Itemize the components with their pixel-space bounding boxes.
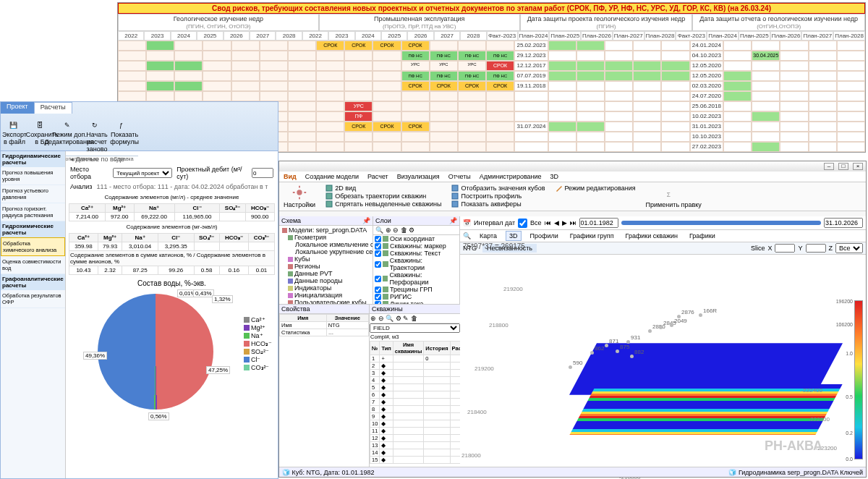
layer-row[interactable]: РИГИС: [373, 293, 459, 300]
field-select[interactable]: FIELD: [370, 323, 460, 333]
close-button[interactable]: ×: [853, 163, 863, 170]
layer-row[interactable]: Трещины ГРП: [373, 286, 459, 293]
status-bar: 🧊 Куб: NTG, Дата: 01.01.1982 🧊 Гидродина…: [279, 467, 866, 477]
col-group: Дата защиты проекта геологического изуче…: [520, 14, 693, 31]
tool-button[interactable]: 2D вид: [326, 185, 441, 192]
tree-node[interactable]: Локальное измельчение сетки: [281, 241, 371, 248]
svg-rect-6: [326, 185, 332, 191]
view-tab[interactable]: Графики групп: [567, 232, 617, 240]
layer-row[interactable]: Оси координат: [373, 235, 459, 242]
menu-item[interactable]: 3D: [550, 173, 559, 180]
col-group: Промышленная эксплуатация(ПрОПЭ, ПрР, ПТ…: [319, 14, 520, 31]
svg-point-5: [297, 190, 302, 195]
menu-item[interactable]: Вид: [284, 173, 297, 180]
svg-rect-7: [326, 193, 332, 199]
tool-button[interactable]: Отобразить значения кубов: [451, 185, 545, 192]
nav-item[interactable]: Прогноз горизонт. радиуса растекания: [1, 203, 65, 221]
risk-title: Свод рисков, требующих составления новых…: [118, 3, 865, 14]
tree-node[interactable]: Локальное укрупнение сетки: [281, 248, 371, 255]
play-prev-icon[interactable]: ◀: [554, 219, 559, 226]
cursor-readout: 75*97*37 = 269175: [463, 242, 525, 250]
play-first-icon[interactable]: ⏮: [545, 219, 551, 226]
maximize-button[interactable]: □: [838, 163, 848, 170]
menu-item[interactable]: Администрирование: [480, 173, 542, 180]
tree-node[interactable]: Инициализация: [281, 292, 371, 299]
ribbon-button[interactable]: ↻Начать расчет заново: [85, 115, 109, 154]
view-tab[interactable]: Карта: [477, 232, 500, 240]
apply-edit-button[interactable]: ΣПрименить правку: [646, 185, 702, 208]
nav-item[interactable]: Прогноз повышения уровня: [1, 167, 65, 185]
reservoir-3d-app: – □ × ВидСоздание моделиРасчетВизуализац…: [278, 161, 867, 478]
slice-z[interactable]: Все: [835, 243, 863, 253]
menu-item[interactable]: Визуализация: [397, 173, 440, 180]
menu-item[interactable]: Создание модели: [305, 173, 359, 180]
water-data-pane: ◂ Данные по воде Место отбора Текущий пр…: [66, 151, 278, 478]
3d-viewport[interactable]: 📅Интервал дат Все ⏮ ◀ ▶ ⏭ 🔍 Карта 3D Про…: [460, 216, 866, 467]
layer-row[interactable]: Скважины: Текст: [373, 250, 459, 257]
svg-rect-10: [452, 193, 458, 199]
svg-text:↻: ↻: [92, 122, 98, 129]
color-scale: [854, 300, 863, 459]
watermark: РН-АКВА: [765, 438, 822, 454]
layer-row[interactable]: Скважины: маркер: [373, 242, 459, 250]
ribbon: Проект Расчеты 💾Экспорт в файл🗄Сохранить…: [1, 102, 278, 151]
nav-item[interactable]: Обработка результатов ОФР: [1, 290, 65, 308]
tree-node[interactable]: Регионы: [281, 263, 371, 270]
date-to-input[interactable]: [824, 218, 863, 228]
nav-item[interactable]: Прогноз устьевого давления: [1, 185, 65, 203]
panel-pin-icon[interactable]: 📌: [449, 217, 457, 224]
col-group: Геологическое изучение недр(ПГИН, ОтГИН,…: [118, 14, 319, 31]
place-select[interactable]: Текущий проект: [113, 168, 172, 178]
layer-row[interactable]: Скважины: Перфорации: [373, 271, 459, 286]
tree-node[interactable]: Индикаторы: [281, 284, 371, 292]
ribbon-button[interactable]: ✎Режим доп. редактирования: [57, 115, 82, 154]
tree-node[interactable]: Кубы: [281, 255, 371, 263]
panel-pin-icon[interactable]: 📌: [362, 217, 370, 224]
svg-text:✎: ✎: [64, 122, 70, 129]
view-tab[interactable]: Графики: [686, 232, 718, 240]
tree-node[interactable]: Модели: serp_progn.DATA: [281, 226, 371, 234]
properties-panel: Свойства ИмяЗначение ИмяNTG Статистика…: [279, 305, 370, 467]
tab-project[interactable]: Проект: [1, 102, 34, 114]
ribbon-button[interactable]: ƒПоказать формулы: [112, 115, 137, 154]
view-tab[interactable]: Графики скважин: [623, 232, 681, 240]
view-tab[interactable]: Профили: [527, 232, 561, 240]
play-last-icon[interactable]: ⏭: [570, 219, 576, 226]
play-next-icon[interactable]: ▶: [562, 219, 567, 226]
settings-button[interactable]: Настройки: [284, 185, 315, 208]
svg-text:💾: 💾: [9, 121, 18, 130]
nav-item[interactable]: Оценка совместимости вод: [1, 256, 65, 274]
menu-item[interactable]: Расчет: [367, 173, 388, 180]
svg-text:ƒ: ƒ: [119, 122, 123, 129]
minimize-button[interactable]: –: [824, 163, 834, 170]
view-tab[interactable]: 3D: [506, 231, 522, 241]
side-nav: Гидродинамические расчеты Прогноз повыше…: [1, 151, 66, 478]
elements-table: Ca²⁺Mg²⁺Na⁺Cl⁻SO₄²⁻HCO₃⁻7,214.00972.0069…: [69, 203, 275, 221]
water-composition-chart: Состав воды, %-экв. 0,01% 0,43% 1,32% 49…: [69, 279, 275, 424]
tree-node[interactable]: Данные PVT: [281, 270, 371, 277]
layer-row[interactable]: Скважины: Траектории: [373, 257, 459, 271]
nav-item-active[interactable]: Обработка химического анализа: [1, 237, 65, 256]
tree-node[interactable]: Данные породы: [281, 277, 371, 284]
svg-text:Σ: Σ: [667, 192, 671, 198]
3d-canvas[interactable]: 2876166R285028452049931871862875590882 1…: [460, 257, 866, 467]
pie-chart: [98, 294, 213, 410]
edit-mode-button[interactable]: Режим редактирования: [556, 185, 636, 192]
tab-calc[interactable]: Расчеты: [34, 102, 72, 114]
tool-button[interactable]: Обрезать траектории скважин: [326, 192, 441, 200]
menu-item[interactable]: Отчеты: [448, 173, 471, 180]
slice-x[interactable]: [775, 244, 795, 253]
all-dates-checkbox[interactable]: [518, 219, 527, 228]
slice-y[interactable]: [806, 244, 826, 253]
tool-button[interactable]: Построить профиль: [451, 192, 545, 200]
tool-button[interactable]: Спрятать невыделенные скважины: [326, 200, 441, 208]
svg-rect-11: [452, 201, 458, 207]
elements-table-2: Ca²⁺Mg²⁺Na⁺Cl⁻SO₄²⁻HCO₃⁻CO₃²⁻359.9879.93…: [69, 233, 275, 275]
time-slider[interactable]: [621, 221, 821, 225]
date-from-input[interactable]: [579, 218, 618, 228]
ribbon-button[interactable]: 💾Экспорт в файл: [2, 115, 27, 154]
tree-node[interactable]: Геометрия: [281, 234, 371, 241]
tool-button[interactable]: Показать аквиферы: [451, 200, 545, 208]
hydro-app-window: Проект Расчеты 💾Экспорт в файл🗄Сохранить…: [0, 101, 278, 479]
debit-input[interactable]: [252, 168, 273, 178]
